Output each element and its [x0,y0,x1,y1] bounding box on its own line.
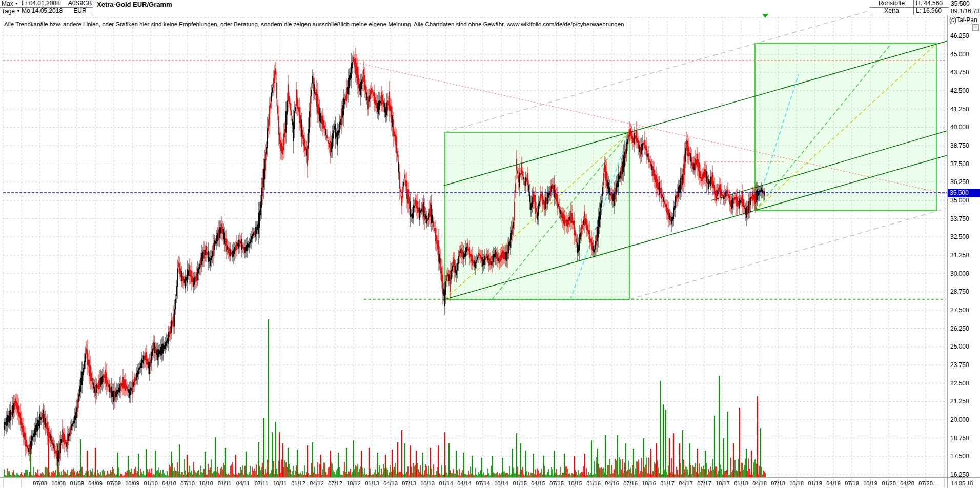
y-axis-label: 26.250 [950,325,969,332]
y-axis-label: 21.250 [950,398,969,405]
x-axis-label: 07/19 [845,480,859,486]
x-axis-label: 01/16 [586,480,601,486]
chart-window: 07/0810/0801/0904/0907/0910/0901/1004/10… [0,0,980,488]
x-axis-label: 01/17 [660,480,675,486]
x-axis-label: 07/17 [697,480,711,486]
disclaimer-text: Alle Trendkanäle bzw. andere Linien, ode… [4,21,624,27]
collapse-panel-icon[interactable]: − [972,24,979,31]
y-axis-label: 46.250 [950,32,969,39]
x-axis-label: 04/18 [752,480,767,486]
y-axis-label: 43.750 [950,69,969,76]
x-axis-label: 07/16 [623,480,638,486]
x-axis-label: 04/11 [236,480,250,486]
x-axis-label: 04/09 [88,480,103,486]
low-value: L: 16.960 [914,8,949,15]
x-axis-label: 01/15 [513,480,527,486]
y-axis-label: 18.750 [950,435,969,442]
x-axis-label: 07/12 [328,480,342,486]
chevron-down-icon: ▼ [15,2,18,5]
candle-bodies-down [11,57,764,459]
y-axis-label: 40.000 [950,124,969,131]
x-axis-label: 04/16 [605,480,619,486]
chart-area[interactable]: 07/0810/0801/0904/0907/0910/0901/1004/10… [0,0,980,488]
y-axis-label: 27.500 [950,307,969,314]
y-axis-label: 45.000 [950,51,969,58]
y-axis-label: 28.750 [950,288,969,295]
x-axis-label: 10/09 [125,480,139,486]
y-axis-label: 31.250 [950,252,969,259]
x-axis-label: 01/19 [808,480,822,486]
x-axis-label: 10/08 [51,480,66,486]
last-price-header: 35.500 [951,1,970,7]
y-axis-label: 33.750 [950,215,969,222]
x-axis-label: 01/18 [734,480,748,486]
x-axis-label: 07/15 [549,480,564,486]
current-price-tag: 35.500 [948,189,980,197]
y-axis-label: 20.000 [950,416,969,423]
period-dropdown[interactable]: Tage ▼ [0,8,21,15]
x-axis-label: 01/09 [70,480,84,486]
range-dropdown[interactable]: Max ▼ [0,0,21,8]
x-axis-label: 10/10 [199,480,213,486]
exchange-label: Xetra [870,8,914,15]
y-axis-label: 36.250 [950,178,969,186]
x-axis-label: 07/20 [918,480,933,486]
candle-bodies-up [4,62,765,462]
x-axis-label: 01/12 [291,480,305,486]
currency: EUR [67,8,93,15]
category-label: Rohstoffe [870,0,914,8]
high-value: H: 44.560 [914,0,949,8]
x-axis-label: 10/16 [642,480,656,486]
end-date: Mo 14.05.2018 [19,8,69,15]
range-dropdown-label: Max [2,0,13,7]
x-axis-label: 04/10 [162,480,176,486]
y-axis-label: 30.000 [950,270,969,277]
y-axis-label: 22.500 [950,380,969,387]
y-axis-label: 37.500 [950,160,969,168]
x-axis-label: 10/13 [420,480,435,486]
indicator-value: 89.1/16.73 [951,8,980,15]
y-axis-label: 35.000 [950,197,969,204]
period-dropdown-label: Tage [2,8,15,15]
y-axis-label: 42.500 [950,87,969,94]
x-axis-label: 07/18 [771,480,785,486]
y-axis-label: 17.500 [950,453,969,460]
x-axis-label: 07/09 [107,480,121,486]
x-axis-label: 01/11 [218,480,232,486]
y-axis-label: 16.250 [950,471,969,478]
x-axis-label: 01/14 [439,480,453,486]
x-axis-label: 07/11 [255,480,269,486]
x-axis-label: 04/20 [900,480,914,486]
x-axis-label: 04/19 [826,480,841,486]
x-axis-label: 04/13 [383,480,398,486]
x-axis-label: 10/18 [789,480,804,486]
x-axis-label: 10/17 [716,480,730,486]
x-axis-label: 04/14 [457,480,472,486]
y-axis-label: 41.250 [950,106,969,113]
y-axis-label: 23.750 [950,361,969,369]
x-axis-label: 10/15 [568,480,582,486]
x-axis-label: 07/10 [180,480,195,486]
x-axis-label: 07/14 [476,480,490,486]
x-axis-label: 01/10 [144,480,158,486]
y-axis-label: 32.500 [950,233,969,240]
start-date: Fr 04.01.2008 [19,0,69,8]
x-axis-label: 04/15 [531,480,545,486]
x-axis-label: 04/17 [679,480,693,486]
y-axis-label: 38.750 [950,142,969,149]
x-axis-label: 01/13 [365,480,379,486]
y-axis-label: 25.000 [950,343,969,350]
x-axis-label: - [934,480,936,486]
instrument-title: Xetra-Gold EUR/Gramm [94,1,175,8]
x-axis-label: 10/19 [863,480,877,486]
x-axis-label: 07/08 [33,480,47,486]
x-axis-label: 01/20 [882,480,896,486]
x-axis-label: 10/14 [494,480,508,486]
copyright-label: (c)Tai-Pan [949,16,977,24]
x-axis-label: 07/13 [402,480,416,486]
x-axis-label: 10/12 [346,480,361,486]
x-axis-label: 04/12 [310,480,324,486]
gray-channel-lower [629,209,946,299]
x-axis-label: 10/11 [273,480,287,486]
candle-wicks-up [4,53,765,468]
